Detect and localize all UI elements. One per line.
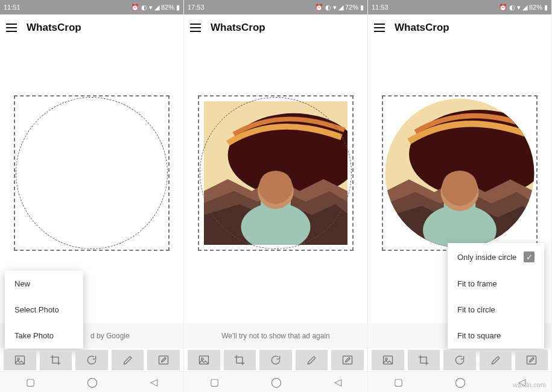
- battery-text: 82%: [161, 4, 174, 11]
- tool-reload[interactable]: [75, 350, 108, 370]
- menu-icon[interactable]: [190, 24, 201, 32]
- nav-recent-icon[interactable]: ▢: [394, 376, 403, 388]
- screenshot-pane-3: 11:53 ⏰ ◐ ▾ ◢ 82% ▮ WhatsCrop: [368, 0, 552, 392]
- svg-point-9: [201, 358, 203, 360]
- tool-edit[interactable]: [331, 350, 364, 370]
- menu-item-fit-to-circle[interactable]: Fit to circle: [448, 297, 544, 323]
- crop-circle-outline: [16, 97, 168, 249]
- crop-frame[interactable]: [14, 95, 170, 251]
- tool-reload[interactable]: [443, 350, 476, 370]
- bottom-toolbar: [372, 350, 548, 370]
- dnd-icon: ◐: [509, 4, 515, 11]
- tool-edit[interactable]: [147, 350, 180, 370]
- popup-menu-fit: Only inside circle ✓ Fit to frame Fit to…: [448, 243, 544, 349]
- tool-image[interactable]: [188, 350, 220, 370]
- app-title: WhatsCrop: [27, 22, 81, 34]
- svg-rect-10: [343, 356, 352, 364]
- nav-back-icon[interactable]: ◁: [150, 376, 157, 388]
- crop-frame[interactable]: [198, 95, 354, 251]
- wifi-icon: ▾: [333, 4, 337, 11]
- menu-icon[interactable]: [374, 24, 385, 32]
- dnd-icon: ◐: [325, 4, 331, 11]
- tool-pencil[interactable]: [296, 350, 328, 370]
- popup-menu-new: New Select Photo Take Photo: [5, 271, 83, 349]
- android-nav-bar: ▢ ◯ ◁: [0, 371, 183, 392]
- app-bar: WhatsCrop: [184, 14, 367, 41]
- status-time: 17:53: [188, 4, 205, 11]
- svg-rect-18: [527, 356, 536, 364]
- bottom-toolbar: [4, 350, 180, 370]
- battery-text: 72%: [345, 4, 358, 11]
- tool-reload[interactable]: [259, 350, 292, 370]
- tool-crop[interactable]: [40, 350, 72, 370]
- menu-item-take-photo[interactable]: Take Photo: [5, 323, 83, 349]
- screenshot-pane-1: 11:51 ⏰ ◐ ▾ ◢ 82% ▮ WhatsCrop d by Googl…: [0, 0, 184, 392]
- signal-icon: ◢: [522, 4, 527, 11]
- svg-point-1: [17, 358, 19, 360]
- status-time: 11:53: [372, 4, 389, 11]
- status-time: 11:51: [4, 4, 21, 11]
- status-bar: 17:53 ⏰ ◐ ▾ ◢ 72% ▮: [184, 0, 367, 14]
- checkbox-label: Only inside circle: [457, 253, 516, 262]
- app-title: WhatsCrop: [211, 22, 265, 34]
- alarm-icon: ⏰: [131, 4, 139, 11]
- battery-text: 82%: [529, 4, 542, 11]
- wifi-icon: ▾: [149, 4, 153, 11]
- wifi-icon: ▾: [517, 4, 521, 11]
- tool-crop[interactable]: [224, 350, 256, 370]
- tool-image[interactable]: [372, 350, 404, 370]
- menu-item-fit-to-frame[interactable]: Fit to frame: [448, 271, 544, 297]
- app-bar: WhatsCrop: [0, 14, 183, 41]
- screenshot-pane-2: 17:53 ⏰ ◐ ▾ ◢ 72% ▮ WhatsCrop: [184, 0, 368, 392]
- bottom-toolbar: [188, 350, 364, 370]
- battery-icon: ▮: [544, 4, 548, 11]
- tool-image[interactable]: [4, 350, 36, 370]
- nav-home-icon[interactable]: ◯: [87, 376, 98, 388]
- tool-edit[interactable]: [515, 350, 548, 370]
- ad-text: We'll try not to show that ad again: [184, 323, 367, 349]
- dnd-icon: ◐: [141, 4, 147, 11]
- signal-icon: ◢: [154, 4, 159, 11]
- nav-recent-icon[interactable]: ▢: [210, 376, 219, 388]
- menu-item-new[interactable]: New: [5, 271, 83, 297]
- menu-icon[interactable]: [6, 24, 17, 32]
- tool-pencil[interactable]: [112, 350, 144, 370]
- battery-icon: ▮: [360, 4, 364, 11]
- nav-home-icon[interactable]: ◯: [455, 376, 466, 388]
- menu-item-select-photo[interactable]: Select Photo: [5, 297, 83, 323]
- nav-home-icon[interactable]: ◯: [271, 376, 282, 388]
- tool-crop[interactable]: [408, 350, 440, 370]
- crop-circle-outline: [200, 97, 352, 249]
- svg-point-17: [385, 358, 387, 360]
- menu-item-fit-to-square[interactable]: Fit to square: [448, 323, 544, 349]
- crop-image-circular[interactable]: [384, 97, 536, 249]
- menu-item-only-inside-circle[interactable]: Only inside circle ✓: [448, 243, 544, 271]
- battery-icon: ▮: [176, 4, 180, 11]
- app-bar: WhatsCrop: [368, 14, 551, 41]
- checkbox-checked-icon[interactable]: ✓: [524, 251, 535, 262]
- android-nav-bar: ▢ ◯ ◁: [184, 371, 367, 392]
- signal-icon: ◢: [338, 4, 343, 11]
- watermark: wsxdn.com: [513, 381, 546, 388]
- status-bar: 11:51 ⏰ ◐ ▾ ◢ 82% ▮: [0, 0, 183, 14]
- nav-recent-icon[interactable]: ▢: [26, 376, 35, 388]
- app-title: WhatsCrop: [395, 22, 449, 34]
- alarm-icon: ⏰: [315, 4, 323, 11]
- status-bar: 11:53 ⏰ ◐ ▾ ◢ 82% ▮: [368, 0, 551, 14]
- alarm-icon: ⏰: [499, 4, 507, 11]
- nav-back-icon[interactable]: ◁: [334, 376, 341, 388]
- tool-pencil[interactable]: [480, 350, 512, 370]
- svg-rect-2: [159, 356, 168, 364]
- crop-frame[interactable]: [382, 95, 538, 251]
